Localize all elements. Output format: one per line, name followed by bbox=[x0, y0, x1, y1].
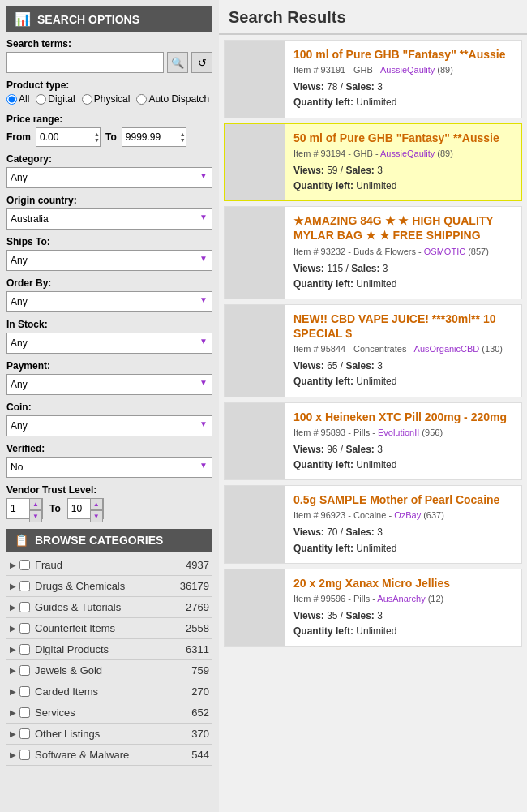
browse-icon: 📋 bbox=[15, 534, 28, 547]
cat-count: 6311 bbox=[186, 643, 209, 655]
trust-to-wrap: ▲ ▼ bbox=[67, 498, 104, 519]
cat-name: Guides & Tutorials bbox=[35, 601, 186, 613]
category-item[interactable]: ▶ Drugs & Chemicals 36179 bbox=[6, 576, 212, 597]
search-button[interactable]: 🔍 bbox=[167, 52, 188, 73]
result-thumbnail bbox=[225, 403, 285, 480]
product-type-physical[interactable]: Physical bbox=[82, 93, 131, 105]
search-input[interactable] bbox=[6, 52, 164, 73]
category-item[interactable]: ▶ Services 652 bbox=[6, 702, 212, 724]
category-item[interactable]: ▶ Counterfeit Items 2558 bbox=[6, 618, 212, 639]
result-stats: Views: 115 / Sales: 3 Quantity left: Unl… bbox=[293, 261, 513, 292]
result-stats: Views: 35 / Sales: 3 Quantity left: Unli… bbox=[293, 608, 513, 639]
result-card[interactable]: 100 ml of Pure GHB "Fantasy" **Aussie It… bbox=[224, 40, 522, 118]
search-terms-group: Search terms: 🔍 ↺ bbox=[6, 38, 212, 73]
ships-to-label: Ships To: bbox=[6, 236, 212, 247]
trust-to-down[interactable]: ▼ bbox=[90, 510, 103, 522]
refresh-button[interactable]: ↺ bbox=[191, 52, 212, 73]
cat-checkbox[interactable] bbox=[19, 623, 30, 634]
product-type-all[interactable]: All bbox=[6, 93, 29, 105]
category-item[interactable]: ▶ Digital Products 6311 bbox=[6, 639, 212, 660]
cat-name: Digital Products bbox=[35, 643, 186, 655]
category-item[interactable]: ▶ Fraud 4937 bbox=[6, 555, 212, 576]
result-card[interactable]: 50 ml of Pure GHB "Fantasy" **Aussie Ite… bbox=[224, 123, 522, 202]
category-item[interactable]: ▶ Guides & Tutorials 2769 bbox=[6, 597, 212, 618]
result-card[interactable]: 0.5g SAMPLE Mother of Pearl Cocaine Item… bbox=[224, 485, 522, 564]
category-item[interactable]: ▶ Jewels & Gold 759 bbox=[6, 660, 212, 681]
cat-arrow-icon: ▶ bbox=[10, 582, 16, 591]
order-by-select[interactable]: Any bbox=[6, 291, 212, 312]
vendor-link[interactable]: AusOrganicCBD bbox=[414, 344, 480, 354]
result-card[interactable]: 100 x Heineken XTC Pill 200mg - 220mg It… bbox=[224, 402, 522, 481]
category-group: Category: Any bbox=[6, 153, 212, 188]
category-item[interactable]: ▶ Other Listings 370 bbox=[6, 724, 212, 745]
result-info: 0.5g SAMPLE Mother of Pearl Cocaine Item… bbox=[285, 486, 521, 563]
cat-arrow-icon: ▶ bbox=[10, 708, 16, 717]
cat-checkbox[interactable] bbox=[19, 686, 30, 697]
cat-checkbox[interactable] bbox=[19, 728, 30, 739]
vendor-link[interactable]: AussieQaulity bbox=[380, 65, 435, 75]
cat-checkbox[interactable] bbox=[19, 602, 30, 612]
category-item[interactable]: ▶ Carded Items 270 bbox=[6, 681, 212, 702]
result-thumbnail bbox=[225, 41, 285, 118]
cat-arrow-icon: ▶ bbox=[10, 729, 16, 738]
result-title[interactable]: 20 x 2mg Xanax Micro Jellies bbox=[293, 576, 513, 591]
coin-select[interactable]: Any bbox=[6, 415, 212, 436]
cat-name: Other Listings bbox=[35, 728, 191, 740]
vendor-link[interactable]: EvolutionII bbox=[378, 427, 419, 437]
result-card[interactable]: ★AMAZING 84G ★ ★ HIGH QUALITY MYLAR BAG … bbox=[224, 206, 522, 299]
payment-select-wrapper: Any bbox=[6, 374, 212, 395]
result-stats: Views: 70 / Sales: 3 Quantity left: Unli… bbox=[293, 525, 513, 556]
result-info: ★AMAZING 84G ★ ★ HIGH QUALITY MYLAR BAG … bbox=[285, 207, 521, 299]
vendor-link[interactable]: AusAnarchy bbox=[377, 594, 425, 604]
cat-checkbox[interactable] bbox=[19, 644, 30, 655]
browse-categories-header: 📋 BROWSE CATEGORIES bbox=[6, 529, 212, 552]
trust-to-up[interactable]: ▲ bbox=[90, 498, 103, 510]
result-title[interactable]: ★AMAZING 84G ★ ★ HIGH QUALITY MYLAR BAG … bbox=[293, 213, 513, 243]
price-range-label: Price range: bbox=[6, 114, 212, 125]
result-title[interactable]: 50 ml of Pure GHB "Fantasy" **Aussie bbox=[293, 131, 513, 145]
price-to-up-arrow[interactable]: ▲ bbox=[180, 131, 186, 137]
payment-group: Payment: Any bbox=[6, 360, 212, 395]
category-select-wrapper: Any bbox=[6, 167, 212, 188]
price-from-up-arrow[interactable]: ▲ bbox=[94, 131, 100, 137]
verified-select[interactable]: No Yes bbox=[6, 457, 212, 478]
cat-checkbox[interactable] bbox=[19, 665, 30, 676]
ships-to-select[interactable]: Any bbox=[6, 250, 212, 271]
price-to-down-arrow[interactable]: ▼ bbox=[180, 137, 186, 143]
product-type-auto[interactable]: Auto Dispatch bbox=[136, 93, 209, 105]
cat-arrow-icon: ▶ bbox=[10, 645, 16, 654]
cat-checkbox[interactable] bbox=[19, 750, 30, 760]
cat-name: Software & Malware bbox=[35, 749, 191, 761]
result-title[interactable]: 0.5g SAMPLE Mother of Pearl Cocaine bbox=[293, 492, 513, 507]
origin-country-select[interactable]: Australia bbox=[6, 208, 212, 230]
price-to-input[interactable] bbox=[122, 127, 186, 147]
cat-checkbox[interactable] bbox=[19, 707, 30, 718]
result-title[interactable]: 100 x Heineken XTC Pill 200mg - 220mg bbox=[293, 410, 513, 424]
category-select[interactable]: Any bbox=[6, 167, 212, 188]
price-from-down-arrow[interactable]: ▼ bbox=[94, 137, 100, 143]
vendor-link[interactable]: AussieQaulity bbox=[380, 148, 435, 158]
trust-from-down[interactable]: ▼ bbox=[29, 510, 42, 522]
cat-name: Fraud bbox=[35, 559, 186, 571]
coin-select-wrapper: Any bbox=[6, 415, 212, 436]
in-stock-label: In Stock: bbox=[6, 319, 212, 330]
vendor-link[interactable]: OzBay bbox=[394, 510, 421, 520]
trust-to-label: To bbox=[49, 503, 61, 514]
cat-name: Drugs & Chemicals bbox=[35, 580, 180, 592]
result-thumbnail bbox=[225, 124, 285, 201]
in-stock-select[interactable]: Any bbox=[6, 333, 212, 354]
result-card[interactable]: NEW!! CBD VAPE JUICE! ***30ml** 10 SPECI… bbox=[224, 304, 522, 397]
price-from-input[interactable] bbox=[36, 127, 101, 147]
result-card[interactable]: 20 x 2mg Xanax Micro Jellies Item # 9959… bbox=[224, 569, 522, 647]
vendor-link[interactable]: OSMOTIC bbox=[424, 247, 465, 256]
trust-from-up[interactable]: ▲ bbox=[29, 498, 42, 510]
cat-checkbox[interactable] bbox=[19, 560, 30, 570]
cat-arrow-icon: ▶ bbox=[10, 561, 16, 569]
cat-checkbox[interactable] bbox=[19, 581, 30, 591]
cat-name: Services bbox=[35, 707, 191, 719]
result-title[interactable]: NEW!! CBD VAPE JUICE! ***30ml** 10 SPECI… bbox=[293, 311, 513, 341]
payment-select[interactable]: Any bbox=[6, 374, 212, 395]
result-title[interactable]: 100 ml of Pure GHB "Fantasy" **Aussie bbox=[293, 47, 513, 62]
product-type-digital[interactable]: Digital bbox=[36, 93, 75, 105]
category-item[interactable]: ▶ Software & Malware 544 bbox=[6, 745, 212, 766]
